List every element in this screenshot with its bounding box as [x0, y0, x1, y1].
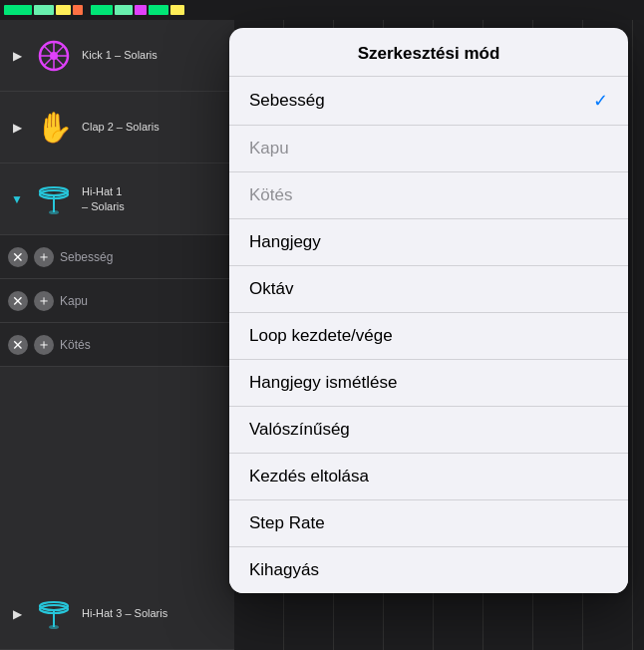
track-name-clap2: Clap 2 – Solaris [82, 120, 226, 134]
add-icon-sebesseg[interactable]: ＋ [34, 247, 54, 267]
svg-point-9 [49, 210, 59, 214]
meter-segment [34, 5, 54, 15]
dropdown-item-kihagyas[interactable]: Kihagyás [229, 547, 628, 593]
kick1-icon [34, 36, 74, 76]
track-item-clap2[interactable]: ▶ ✋ Clap 2 – Solaris [0, 92, 234, 163]
item-label-loop: Loop kezdete/vége [249, 326, 393, 346]
sub-row-label-kotes: Kötés [60, 338, 91, 352]
dropdown-title: Szerkesztési mód [229, 28, 628, 77]
dropdown-item-valoszinuseg[interactable]: Valószínűség [229, 407, 628, 454]
sub-row-label-kapu: Kapu [60, 294, 88, 308]
remove-icon-sebesseg[interactable]: ✕ [8, 247, 28, 267]
track-item-hihat3[interactable]: ▶ Hi-Hat 3 – Solaris [0, 578, 234, 650]
item-label-step-rate: Step Rate [249, 513, 325, 533]
add-icon-kotes[interactable]: ＋ [34, 335, 54, 355]
sub-row-label-sebesseg: Sebesség [60, 250, 113, 264]
item-label-hangjegy: Hangjegy [249, 232, 321, 252]
checkmark-sebesseg: ✓ [593, 90, 608, 112]
item-label-kezdes-eltolasa: Kezdés eltolása [249, 467, 369, 487]
dropdown-menu: Szerkesztési mód Sebesség ✓ Kapu Kötés H… [229, 28, 628, 593]
dropdown-item-kotes[interactable]: Kötés [229, 172, 628, 219]
remove-icon-kapu[interactable]: ✕ [8, 291, 28, 311]
dropdown-item-hangjegy[interactable]: Hangjegy [229, 219, 628, 266]
track-name-hihat3: Hi-Hat 3 – Solaris [82, 606, 226, 620]
item-label-hangjegy-ismetlese: Hangjegy ismétlése [249, 373, 397, 393]
sub-row-sebesseg[interactable]: ✕ ＋ Sebesség [0, 235, 234, 279]
dropdown-item-loop[interactable]: Loop kezdete/vége [229, 313, 628, 360]
dropdown-item-sebesseg[interactable]: Sebesség ✓ [229, 77, 628, 126]
dropdown-item-kapu[interactable]: Kapu [229, 126, 628, 172]
track-name-kick1: Kick 1 – Solaris [82, 48, 226, 62]
hihat1-icon [34, 179, 74, 219]
track-name-hihat1: Hi-Hat 1– Solaris [82, 184, 226, 213]
item-label-sebesseg: Sebesség [249, 91, 325, 111]
item-label-kotes: Kötés [249, 185, 292, 205]
play-button-kick1[interactable]: ▶ [8, 47, 26, 65]
track-item-kick1[interactable]: ▶ Kick 1 – Solaris [0, 20, 234, 92]
meter-segment [56, 5, 71, 15]
sub-row-kotes[interactable]: ✕ ＋ Kötés [0, 323, 234, 367]
item-label-kapu: Kapu [249, 139, 289, 159]
meter-segment [149, 5, 168, 15]
dropdown-item-kezdes-eltolasa[interactable]: Kezdés eltolása [229, 454, 628, 500]
meter-bar [0, 0, 644, 20]
play-button-clap2[interactable]: ▶ [8, 119, 26, 137]
meter-segment [115, 5, 133, 15]
track-list: ▶ Kick 1 – Solaris ▶ ✋ Clap 2 – Solaris … [0, 20, 234, 650]
svg-point-13 [49, 625, 59, 629]
dropdown-item-oktav[interactable]: Oktáv [229, 266, 628, 313]
dropdown-item-step-rate[interactable]: Step Rate [229, 500, 628, 547]
meter-spacer [85, 5, 89, 15]
sub-row-kapu[interactable]: ✕ ＋ Kapu [0, 279, 234, 323]
meter-segment [73, 5, 83, 15]
play-button-hihat3[interactable]: ▶ [8, 605, 26, 623]
dropdown-item-hangjegy-ismetlese[interactable]: Hangjegy ismétlése [229, 360, 628, 407]
expand-button-hihat1[interactable]: ▼ [8, 190, 26, 208]
meter-segment [170, 5, 184, 15]
item-label-kihagyas: Kihagyás [249, 560, 319, 580]
item-label-valoszinuseg: Valószínűség [249, 420, 350, 440]
meter-segment [135, 5, 147, 15]
hihat3-icon [34, 594, 74, 634]
track-item-hihat1[interactable]: ▼ Hi-Hat 1– Solaris [0, 163, 234, 235]
meter-segment [91, 5, 113, 15]
remove-icon-kotes[interactable]: ✕ [8, 335, 28, 355]
add-icon-kapu[interactable]: ＋ [34, 291, 54, 311]
item-label-oktav: Oktáv [249, 279, 293, 299]
clap2-icon: ✋ [34, 108, 74, 148]
meter-segment [4, 5, 32, 15]
